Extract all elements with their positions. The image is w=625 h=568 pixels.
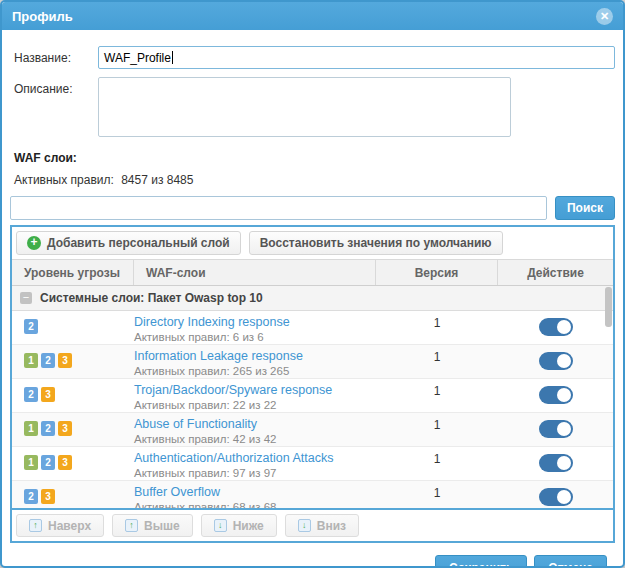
table-row: 2 Directory Indexing response Активных п… (12, 311, 613, 345)
name-field[interactable]: WAF_Profile (98, 46, 615, 69)
level-badge: 1 (24, 455, 38, 470)
layer-version: 1 (376, 481, 498, 508)
toggle-knob (557, 320, 571, 334)
layer-link[interactable]: Abuse of Functionality (134, 417, 376, 432)
move-bottom-label: Вниз (317, 519, 346, 533)
waf-layers-panel: + Добавить персональный слой Восстановит… (10, 225, 615, 543)
move-down-button[interactable]: ↓ Ниже (201, 514, 277, 537)
description-field[interactable] (98, 77, 511, 137)
layer-link[interactable]: Directory Indexing response (134, 315, 376, 330)
toggle-switch[interactable] (539, 488, 573, 506)
group-row-owasp[interactable]: − Системные слои: Пакет Owasp top 10 (12, 286, 613, 311)
level-badge: 3 (58, 353, 72, 368)
waf-layers-label: WAF слои: (10, 151, 615, 165)
active-rules-label: Активных правил: (14, 173, 114, 187)
search-button[interactable]: Поиск (555, 196, 615, 220)
layer-active-rules: Активных правил: 265 из 265 (134, 364, 376, 378)
layer-version: 1 (376, 413, 498, 446)
name-label: Название: (10, 46, 98, 69)
plus-icon: + (27, 236, 41, 250)
toggle-knob (557, 422, 571, 436)
add-personal-layer-button[interactable]: + Добавить персональный слой (16, 231, 241, 255)
profile-dialog: Профиль ✕ Название: WAF_Profile Описание… (0, 0, 625, 568)
level-badge: 2 (41, 421, 55, 436)
close-icon[interactable]: ✕ (596, 8, 613, 25)
layer-version: 1 (376, 447, 498, 480)
search-input[interactable] (10, 196, 547, 220)
move-top-button[interactable]: ↑ Наверх (16, 514, 104, 537)
layer-link[interactable]: Trojan/Backdoor/Spyware response (134, 383, 376, 398)
level-badge: 2 (24, 319, 38, 334)
level-badge: 3 (58, 421, 72, 436)
threat-levels: 1 2 3 (12, 447, 134, 480)
level-badge: 2 (41, 353, 55, 368)
arrow-down-icon: ↓ (298, 519, 311, 532)
threat-levels: 1 2 3 (12, 345, 134, 378)
level-badge: 3 (58, 455, 72, 470)
move-up-button[interactable]: ↑ Выше (112, 514, 193, 537)
col-version[interactable]: Версия (376, 260, 498, 285)
arrow-down-icon: ↓ (214, 519, 227, 532)
table-scrollbar[interactable] (604, 286, 612, 508)
level-badge: 1 (24, 421, 38, 436)
move-up-label: Выше (144, 519, 180, 533)
active-rules-summary: Активных правил: 8457 из 8485 (10, 173, 615, 187)
toggle-knob (557, 490, 571, 504)
description-label: Описание: (10, 77, 98, 137)
toggle-switch[interactable] (539, 386, 573, 404)
active-rules-value: 8457 из 8485 (121, 173, 193, 187)
level-badge: 3 (41, 489, 55, 504)
layer-link[interactable]: Information Leakage response (134, 349, 376, 364)
arrow-up-icon: ↑ (125, 519, 138, 532)
col-action[interactable]: Действие (498, 260, 613, 285)
layer-version: 1 (376, 345, 498, 378)
name-value: WAF_Profile (104, 51, 171, 65)
layer-link[interactable]: Buffer Overflow (134, 485, 376, 500)
level-badge: 1 (24, 353, 38, 368)
restore-defaults-button[interactable]: Восстановить значения по умолчанию (249, 231, 503, 255)
dialog-title: Профиль (12, 9, 596, 24)
layer-active-rules: Активных правил: 6 из 6 (134, 330, 376, 344)
dialog-body: Название: WAF_Profile Описание: WAF слои… (2, 30, 623, 568)
threat-levels: 2 3 (12, 379, 134, 412)
move-top-label: Наверх (48, 519, 91, 533)
threat-levels: 2 3 (12, 481, 134, 508)
level-badge: 2 (41, 455, 55, 470)
threat-levels: 1 2 3 (12, 413, 134, 446)
table-rows-viewport[interactable]: 2 Directory Indexing response Активных п… (12, 311, 613, 508)
table-row: 1 2 3 Abuse of Functionality Активных пр… (12, 413, 613, 447)
save-button[interactable]: Сохранить (435, 555, 527, 568)
layer-link[interactable]: Authentication/Authorization Attacks (134, 451, 376, 466)
collapse-icon[interactable]: − (20, 292, 32, 304)
table-header: Уровень угрозы WAF-слои Версия Действие (12, 259, 613, 286)
toggle-switch[interactable] (539, 420, 573, 438)
dialog-titlebar: Профиль ✕ (2, 2, 623, 30)
toggle-switch[interactable] (539, 318, 573, 336)
text-caret (172, 51, 173, 64)
layer-active-rules: Активных правил: 42 из 42 (134, 432, 376, 446)
table-row: 2 3 Buffer Overflow Активных правил: 68 … (12, 481, 613, 508)
cancel-button[interactable]: Отмена (534, 555, 607, 568)
restore-defaults-label: Восстановить значения по умолчанию (260, 236, 492, 250)
level-badge: 2 (24, 489, 38, 504)
move-bottom-button[interactable]: ↓ Вниз (285, 514, 359, 537)
level-badge: 3 (41, 387, 55, 402)
threat-levels: 2 (12, 311, 134, 344)
scrollbar-thumb[interactable] (605, 287, 612, 327)
layer-version: 1 (376, 379, 498, 412)
layer-active-rules: Активных правил: 97 из 97 (134, 466, 376, 480)
layer-version: 1 (376, 311, 498, 344)
col-threat-level[interactable]: Уровень угрозы (12, 260, 134, 285)
table-row: 1 2 3 Authentication/Authorization Attac… (12, 447, 613, 481)
col-waf-layers[interactable]: WAF-слои (134, 260, 376, 285)
toggle-switch[interactable] (539, 454, 573, 472)
layer-active-rules: Активных правил: 68 из 68 (134, 500, 376, 508)
table-row: 2 3 Trojan/Backdoor/Spyware response Акт… (12, 379, 613, 413)
level-badge: 2 (24, 387, 38, 402)
toggle-switch[interactable] (539, 352, 573, 370)
group-label: Системные слои: Пакет Owasp top 10 (40, 291, 263, 305)
arrow-up-icon: ↑ (29, 519, 42, 532)
toggle-knob (557, 354, 571, 368)
dialog-footer: Сохранить Отмена (10, 543, 615, 568)
table-row: 1 2 3 Information Leakage response Актив… (12, 345, 613, 379)
